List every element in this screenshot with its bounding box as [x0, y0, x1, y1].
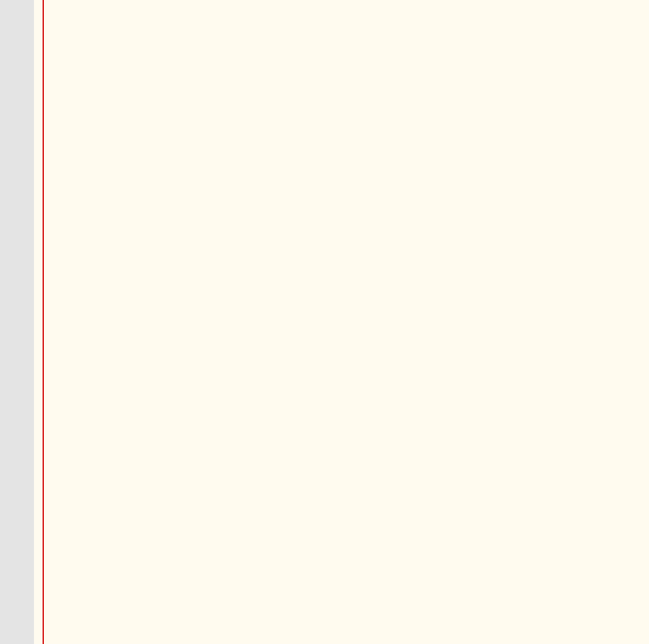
fold-column[interactable] — [34, 0, 43, 644]
line-number-gutter[interactable] — [0, 0, 34, 644]
code-editor[interactable] — [0, 0, 649, 644]
code-area[interactable] — [44, 0, 649, 644]
